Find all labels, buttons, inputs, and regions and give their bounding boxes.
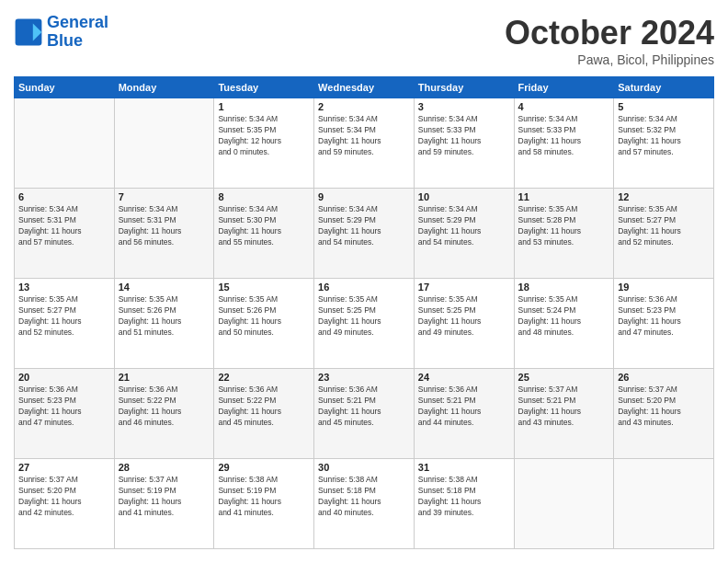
- day-number-w2-d3: 16: [318, 282, 410, 293]
- header: General Blue October 2024 Pawa, Bicol, P…: [14, 14, 714, 67]
- cell-w2-d6: 19Sunrise: 5:36 AM Sunset: 5:23 PM Dayli…: [614, 279, 714, 369]
- day-number-w1-d1: 7: [119, 191, 210, 202]
- header-wednesday: Wednesday: [314, 77, 415, 98]
- day-info-w3-d0: Sunrise: 5:36 AM Sunset: 5:23 PM Dayligh…: [18, 385, 110, 429]
- day-number-w2-d6: 19: [618, 282, 710, 293]
- day-info-w0-d6: Sunrise: 5:34 AM Sunset: 5:32 PM Dayligh…: [618, 114, 710, 158]
- day-info-w3-d2: Sunrise: 5:36 AM Sunset: 5:22 PM Dayligh…: [218, 385, 310, 429]
- cell-w3-d1: 21Sunrise: 5:36 AM Sunset: 5:22 PM Dayli…: [114, 369, 214, 459]
- day-info-w0-d2: Sunrise: 5:34 AM Sunset: 5:35 PM Dayligh…: [218, 114, 310, 158]
- subtitle: Pawa, Bicol, Philippines: [505, 52, 714, 67]
- day-info-w1-d0: Sunrise: 5:34 AM Sunset: 5:31 PM Dayligh…: [18, 204, 110, 248]
- day-number-w0-d6: 5: [618, 101, 710, 112]
- cell-w3-d3: 23Sunrise: 5:36 AM Sunset: 5:21 PM Dayli…: [314, 369, 415, 459]
- cell-w3-d5: 25Sunrise: 5:37 AM Sunset: 5:21 PM Dayli…: [514, 369, 614, 459]
- cell-w0-d4: 3Sunrise: 5:34 AM Sunset: 5:33 PM Daylig…: [414, 98, 514, 189]
- cell-w2-d3: 16Sunrise: 5:35 AM Sunset: 5:25 PM Dayli…: [314, 279, 415, 369]
- day-info-w3-d5: Sunrise: 5:37 AM Sunset: 5:21 PM Dayligh…: [518, 385, 610, 429]
- cell-w4-d6: [614, 459, 714, 549]
- page: General Blue October 2024 Pawa, Bicol, P…: [0, 0, 728, 563]
- day-info-w4-d3: Sunrise: 5:38 AM Sunset: 5:18 PM Dayligh…: [318, 475, 410, 519]
- day-info-w2-d2: Sunrise: 5:35 AM Sunset: 5:26 PM Dayligh…: [218, 294, 310, 339]
- day-info-w4-d2: Sunrise: 5:38 AM Sunset: 5:19 PM Dayligh…: [218, 475, 310, 519]
- header-monday: Monday: [114, 77, 214, 98]
- day-info-w1-d1: Sunrise: 5:34 AM Sunset: 5:31 PM Dayligh…: [119, 204, 210, 248]
- day-number-w3-d4: 24: [418, 372, 510, 383]
- day-info-w0-d5: Sunrise: 5:34 AM Sunset: 5:33 PM Dayligh…: [518, 114, 610, 158]
- week-row-0: 1Sunrise: 5:34 AM Sunset: 5:35 PM Daylig…: [15, 98, 714, 189]
- month-title: October 2024: [505, 14, 714, 52]
- day-number-w4-d2: 29: [218, 462, 310, 473]
- header-sunday: Sunday: [15, 77, 115, 98]
- cell-w0-d3: 2Sunrise: 5:34 AM Sunset: 5:34 PM Daylig…: [314, 98, 415, 189]
- day-number-w2-d1: 14: [119, 282, 210, 293]
- calendar-table: Sunday Monday Tuesday Wednesday Thursday…: [14, 76, 714, 549]
- cell-w4-d5: [514, 459, 614, 549]
- day-info-w4-d0: Sunrise: 5:37 AM Sunset: 5:20 PM Dayligh…: [18, 475, 110, 519]
- week-row-4: 27Sunrise: 5:37 AM Sunset: 5:20 PM Dayli…: [15, 459, 714, 549]
- day-info-w3-d3: Sunrise: 5:36 AM Sunset: 5:21 PM Dayligh…: [318, 385, 410, 429]
- day-info-w2-d5: Sunrise: 5:35 AM Sunset: 5:24 PM Dayligh…: [518, 294, 610, 339]
- day-info-w0-d4: Sunrise: 5:34 AM Sunset: 5:33 PM Dayligh…: [418, 114, 510, 158]
- day-info-w1-d5: Sunrise: 5:35 AM Sunset: 5:28 PM Dayligh…: [518, 204, 610, 248]
- cell-w1-d6: 12Sunrise: 5:35 AM Sunset: 5:27 PM Dayli…: [614, 189, 714, 279]
- cell-w1-d0: 6Sunrise: 5:34 AM Sunset: 5:31 PM Daylig…: [15, 189, 115, 279]
- cell-w0-d2: 1Sunrise: 5:34 AM Sunset: 5:35 PM Daylig…: [214, 98, 314, 189]
- cell-w0-d6: 5Sunrise: 5:34 AM Sunset: 5:32 PM Daylig…: [614, 98, 714, 189]
- cell-w1-d3: 9Sunrise: 5:34 AM Sunset: 5:29 PM Daylig…: [314, 189, 415, 279]
- day-number-w2-d2: 15: [218, 282, 310, 293]
- day-number-w4-d4: 31: [418, 462, 510, 473]
- day-number-w1-d0: 6: [18, 191, 110, 202]
- day-number-w1-d5: 11: [518, 191, 610, 202]
- cell-w1-d2: 8Sunrise: 5:34 AM Sunset: 5:30 PM Daylig…: [214, 189, 314, 279]
- day-number-w0-d2: 1: [218, 101, 310, 112]
- cell-w0-d5: 4Sunrise: 5:34 AM Sunset: 5:33 PM Daylig…: [514, 98, 614, 189]
- cell-w0-d1: [114, 98, 214, 189]
- day-info-w1-d4: Sunrise: 5:34 AM Sunset: 5:29 PM Dayligh…: [418, 204, 510, 248]
- logo-icon: [14, 17, 43, 47]
- day-number-w1-d6: 12: [618, 191, 710, 202]
- cell-w1-d5: 11Sunrise: 5:35 AM Sunset: 5:28 PM Dayli…: [514, 189, 614, 279]
- title-block: October 2024 Pawa, Bicol, Philippines: [505, 14, 714, 67]
- cell-w2-d5: 18Sunrise: 5:35 AM Sunset: 5:24 PM Dayli…: [514, 279, 614, 369]
- day-number-w3-d2: 22: [218, 372, 310, 383]
- cell-w4-d0: 27Sunrise: 5:37 AM Sunset: 5:20 PM Dayli…: [15, 459, 115, 549]
- cell-w4-d4: 31Sunrise: 5:38 AM Sunset: 5:18 PM Dayli…: [414, 459, 514, 549]
- week-row-3: 20Sunrise: 5:36 AM Sunset: 5:23 PM Dayli…: [15, 369, 714, 459]
- day-info-w2-d6: Sunrise: 5:36 AM Sunset: 5:23 PM Dayligh…: [618, 294, 710, 339]
- day-number-w1-d3: 9: [318, 191, 410, 202]
- day-info-w1-d6: Sunrise: 5:35 AM Sunset: 5:27 PM Dayligh…: [618, 204, 710, 248]
- day-number-w2-d5: 18: [518, 282, 610, 293]
- logo-general: General: [47, 13, 108, 31]
- cell-w3-d0: 20Sunrise: 5:36 AM Sunset: 5:23 PM Dayli…: [15, 369, 115, 459]
- cell-w3-d2: 22Sunrise: 5:36 AM Sunset: 5:22 PM Dayli…: [214, 369, 314, 459]
- header-saturday: Saturday: [614, 77, 714, 98]
- day-number-w2-d0: 13: [18, 282, 110, 293]
- day-number-w1-d2: 8: [218, 191, 310, 202]
- weekday-header-row: Sunday Monday Tuesday Wednesday Thursday…: [15, 77, 714, 98]
- cell-w3-d4: 24Sunrise: 5:36 AM Sunset: 5:21 PM Dayli…: [414, 369, 514, 459]
- day-info-w2-d3: Sunrise: 5:35 AM Sunset: 5:25 PM Dayligh…: [318, 294, 410, 339]
- cell-w3-d6: 26Sunrise: 5:37 AM Sunset: 5:20 PM Dayli…: [614, 369, 714, 459]
- day-info-w4-d1: Sunrise: 5:37 AM Sunset: 5:19 PM Dayligh…: [119, 475, 210, 519]
- header-thursday: Thursday: [414, 77, 514, 98]
- day-number-w3-d5: 25: [518, 372, 610, 383]
- day-info-w3-d4: Sunrise: 5:36 AM Sunset: 5:21 PM Dayligh…: [418, 385, 510, 429]
- cell-w4-d1: 28Sunrise: 5:37 AM Sunset: 5:19 PM Dayli…: [114, 459, 214, 549]
- day-number-w4-d3: 30: [318, 462, 410, 473]
- cell-w2-d4: 17Sunrise: 5:35 AM Sunset: 5:25 PM Dayli…: [414, 279, 514, 369]
- header-friday: Friday: [514, 77, 614, 98]
- day-info-w1-d3: Sunrise: 5:34 AM Sunset: 5:29 PM Dayligh…: [318, 204, 410, 248]
- logo: General Blue: [14, 14, 108, 51]
- day-number-w3-d6: 26: [618, 372, 710, 383]
- week-row-2: 13Sunrise: 5:35 AM Sunset: 5:27 PM Dayli…: [15, 279, 714, 369]
- week-row-1: 6Sunrise: 5:34 AM Sunset: 5:31 PM Daylig…: [15, 189, 714, 279]
- day-info-w0-d3: Sunrise: 5:34 AM Sunset: 5:34 PM Dayligh…: [318, 114, 410, 158]
- day-info-w2-d4: Sunrise: 5:35 AM Sunset: 5:25 PM Dayligh…: [418, 294, 510, 339]
- day-number-w0-d5: 4: [518, 101, 610, 112]
- cell-w2-d1: 14Sunrise: 5:35 AM Sunset: 5:26 PM Dayli…: [114, 279, 214, 369]
- day-number-w0-d3: 2: [318, 101, 410, 112]
- day-number-w3-d3: 23: [318, 372, 410, 383]
- logo-blue: Blue: [47, 32, 108, 51]
- day-info-w1-d2: Sunrise: 5:34 AM Sunset: 5:30 PM Dayligh…: [218, 204, 310, 248]
